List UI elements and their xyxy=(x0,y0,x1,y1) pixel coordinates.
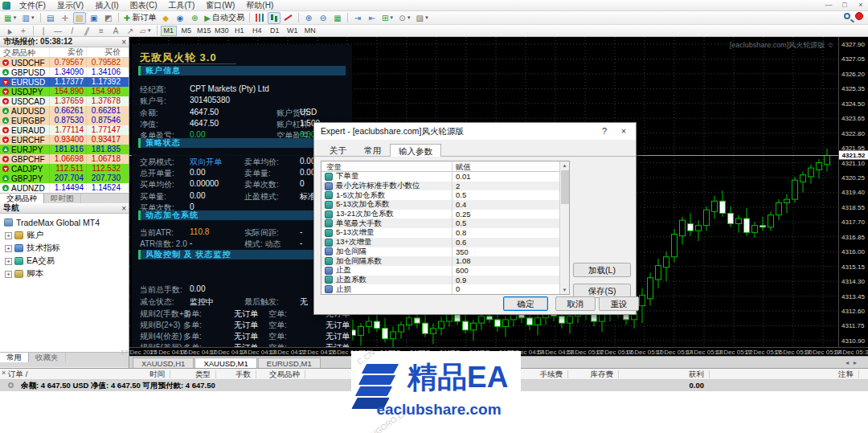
parameter-value[interactable]: 0.6 xyxy=(452,238,569,247)
scrollbar[interactable]: ▲ ▼ xyxy=(559,161,569,294)
parameter-value[interactable]: 0.9 xyxy=(452,276,569,285)
parameter-value[interactable]: 0.5 xyxy=(452,190,569,200)
search-icon[interactable] xyxy=(844,13,850,19)
chart-area[interactable]: [eaclubshare.com]风火轮源版 ☺ 4327.904327.054… xyxy=(129,37,868,356)
menu-item[interactable]: 帮助(H) xyxy=(240,1,279,10)
timeframe-d1[interactable]: D1 xyxy=(267,26,283,36)
crosshair-button[interactable]: + xyxy=(17,25,30,37)
close-button[interactable]: × xyxy=(613,123,634,140)
close-button[interactable]: × xyxy=(855,0,866,10)
market-watch-row[interactable]: AUDUSD0.662610.66281 xyxy=(0,106,129,116)
input-parameter-row[interactable]: 下单量0.01 xyxy=(321,172,569,182)
parameter-value[interactable]: 0 xyxy=(452,284,569,294)
market-watch-row[interactable]: AUDNZD1.144941.14524 xyxy=(0,183,129,193)
close-icon[interactable]: × xyxy=(2,369,6,377)
cursor-button[interactable]: ▲ xyxy=(2,25,15,37)
notification-icon[interactable] xyxy=(855,12,863,20)
restore-button[interactable]: □ xyxy=(839,0,850,10)
scroll-up-icon[interactable]: ▲ xyxy=(560,161,569,170)
trendline-button[interactable]: / xyxy=(66,25,79,37)
menu-item[interactable]: 文件(F) xyxy=(14,1,51,10)
shapes-button[interactable]: ▱▼ xyxy=(138,25,154,37)
dialog-tab-常用[interactable]: 常用 xyxy=(355,143,390,156)
terminal-column-0[interactable]: 订单 / xyxy=(8,370,27,380)
tab-scroll-arrows[interactable]: ◂▸ xyxy=(845,359,862,366)
new-order-button[interactable]: ✚新订单 xyxy=(122,12,158,24)
dialog-tab-关于[interactable]: 关于 xyxy=(321,143,355,156)
market-watch-button[interactable]: ▤ xyxy=(44,12,57,24)
vertical-line-button[interactable]: | xyxy=(37,25,50,37)
web-register-button[interactable]: ⊕ xyxy=(188,12,201,24)
zoom-in-button[interactable]: ⊕ xyxy=(302,12,315,24)
timeframe-w1[interactable]: W1 xyxy=(285,26,301,36)
timeframe-h1[interactable]: H1 xyxy=(231,26,248,36)
navigator-root[interactable]: TradeMax Global MT4 xyxy=(0,216,129,229)
fibonacci-button[interactable]: ≡ xyxy=(95,25,108,37)
chart-tab-XAUUSD,M1[interactable]: XAUUSD,M1 xyxy=(194,357,256,368)
navigator-item-0[interactable]: +账户 xyxy=(0,229,129,242)
expand-icon[interactable]: + xyxy=(5,258,12,265)
timeframe-m15[interactable]: M15 xyxy=(196,26,212,36)
terminal-column-3[interactable]: 手数 xyxy=(235,370,251,380)
new-chart-button[interactable]: ▦▼ xyxy=(2,12,18,24)
menu-item[interactable]: 插入(I) xyxy=(89,1,124,10)
market-watch-row[interactable]: USDCAD1.376591.37678 xyxy=(0,96,129,106)
strategy-tester-button[interactable]: ◩ xyxy=(102,12,115,24)
input-parameter-row[interactable]: 1-5次加仓系数0.5 xyxy=(321,190,569,200)
terminal-column-7[interactable]: 库存费 xyxy=(591,370,614,380)
dialog-tab-输入参数[interactable]: 输入参数 xyxy=(390,144,441,157)
parameter-value[interactable]: 0.8 xyxy=(452,228,569,238)
market-watch-row[interactable]: USDCHF0.795670.79582 xyxy=(0,58,129,67)
scroll-down-icon[interactable]: ▼ xyxy=(560,286,569,294)
parameter-value[interactable]: 0.5 xyxy=(452,219,569,228)
chart-tab-EURUSD,M1[interactable]: EURUSD,M1 xyxy=(258,357,321,368)
cancel-button[interactable]: 取消 xyxy=(555,296,596,311)
terminal-column-2[interactable]: 类型 xyxy=(195,370,211,380)
help-button[interactable]: ? xyxy=(594,123,615,140)
timeframe-m30[interactable]: M30 xyxy=(214,26,230,36)
chart-tab-XAUUSD,H1[interactable]: XAUUSD,H1 xyxy=(133,357,194,368)
input-parameter-row[interactable]: 止盈系数0.9 xyxy=(321,276,569,285)
tab-收藏夹[interactable]: 收藏夹 xyxy=(29,353,66,362)
input-parameter-row[interactable]: 加仓间隔350 xyxy=(321,247,569,257)
menu-item[interactable]: 显示(V) xyxy=(51,1,89,10)
parameter-value[interactable]: 0.4 xyxy=(452,200,569,210)
parameter-value[interactable]: 2 xyxy=(452,182,569,191)
menu-item[interactable]: 窗口(W) xyxy=(200,1,240,10)
input-parameter-row[interactable]: 加仓间隔系数1.08 xyxy=(321,256,569,266)
load-button[interactable]: 加载(L) xyxy=(573,263,631,277)
minimize-button[interactable]: — xyxy=(823,0,834,10)
market-watch-row[interactable]: EURUSD1.173771.17392 xyxy=(0,77,129,87)
community-button[interactable]: ◉ xyxy=(174,12,186,24)
dialog-titlebar[interactable]: Expert - [eaclubshare.com]风火轮源版 ? × xyxy=(314,123,636,140)
market-watch-row[interactable]: GBPJPY207.704207.730 xyxy=(0,174,129,183)
profiles-button[interactable]: ▥▼ xyxy=(20,12,36,24)
market-watch-row[interactable]: EURJPY181.816181.835 xyxy=(0,145,129,154)
terminal-button[interactable]: ▣ xyxy=(88,12,100,24)
timeframe-m1[interactable]: M1 xyxy=(161,26,177,36)
bar-chart-button[interactable] xyxy=(253,12,266,24)
close-icon[interactable]: × xyxy=(121,204,126,213)
tab-常用[interactable]: 常用 xyxy=(0,353,29,362)
expand-icon[interactable]: + xyxy=(5,232,12,239)
market-watch-row[interactable]: GBPUSD1.340901.34106 xyxy=(0,67,129,77)
templates-button[interactable]: ▨▼ xyxy=(415,12,431,24)
navigator-item-2[interactable]: +EA交易 xyxy=(0,255,129,268)
close-icon[interactable]: × xyxy=(121,38,126,47)
market-watch-row[interactable]: EURCHF0.934000.93417 xyxy=(0,135,129,145)
reset-button[interactable]: 重设 xyxy=(599,296,639,311)
tile-windows-button[interactable]: ▦ xyxy=(331,12,344,24)
terminal-column-1[interactable]: 时间 xyxy=(149,370,165,380)
channel-button[interactable]: ∥ xyxy=(80,25,93,37)
column-ask[interactable]: 买价 xyxy=(87,47,123,57)
expand-icon[interactable]: + xyxy=(5,245,12,252)
terminal-column-6[interactable]: 手续费 xyxy=(540,370,563,380)
arrows-button[interactable]: ↗ xyxy=(124,25,137,37)
market-watch-row[interactable]: EURAUD1.771141.77147 xyxy=(0,125,129,135)
auto-scroll-button[interactable]: ⇥ xyxy=(351,12,364,24)
scrollbar-thumb[interactable] xyxy=(561,170,569,204)
parameter-value[interactable]: 1.08 xyxy=(452,256,569,266)
column-bid[interactable]: 卖价 xyxy=(50,47,87,57)
metaeditor-button[interactable]: ◆ xyxy=(159,12,172,24)
expand-icon[interactable]: + xyxy=(5,271,12,278)
